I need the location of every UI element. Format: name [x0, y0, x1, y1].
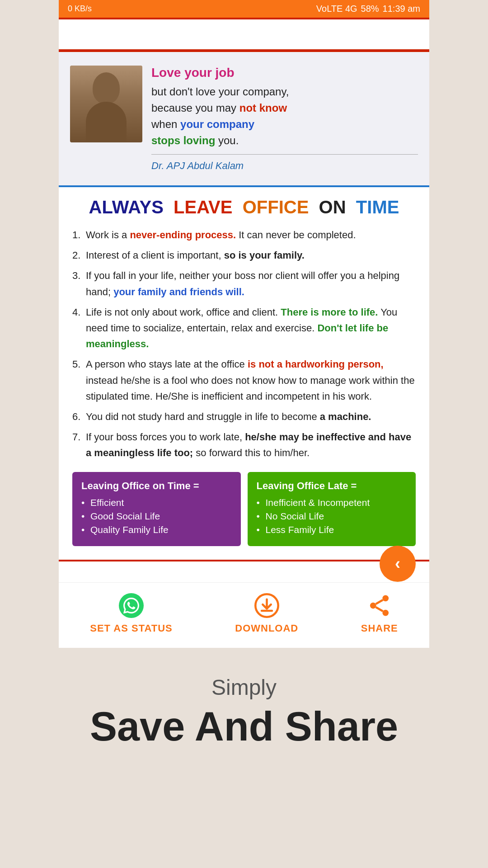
headline-word2: LEAVE [174, 197, 232, 217]
quote-you: you. [218, 134, 239, 146]
headline-word4: ON [319, 197, 346, 217]
quote-text-block: Love your job but don't love your compan… [151, 66, 418, 172]
quote-not-know: not know [239, 102, 287, 114]
headline: ALWAYS LEAVE OFFICE ON TIME [72, 196, 416, 218]
back-arrow-icon: ‹ [395, 554, 400, 573]
nav-back-button[interactable]: ‹ [380, 546, 416, 582]
quote-line1: Love your job [151, 66, 418, 80]
box-on-time: Leaving Office on Time = Efficient Good … [72, 472, 241, 546]
quote-when: when [151, 118, 180, 130]
share-label: SHARE [361, 623, 398, 634]
late-item-3: Less Family Life [257, 524, 407, 535]
on-time-item-1: Efficient [81, 497, 232, 508]
status-right: VoLTE 4G 58% 11:39 am [316, 4, 420, 14]
simply-text: Simply [9, 675, 479, 700]
download-button[interactable]: DOWNLOAD [235, 592, 298, 634]
status-data-speed: 0 KB/s [68, 4, 92, 14]
battery-indicator: 58% [361, 4, 379, 14]
point5-highlight: is not a hardworking person, [248, 359, 384, 370]
download-icon [253, 592, 280, 619]
set-as-status-button[interactable]: SET AS STATUS [90, 592, 173, 634]
save-share-text: Save And Share [9, 704, 479, 749]
signal-indicator: VoLTE 4G [316, 4, 357, 14]
headline-word3: OFFICE [243, 197, 309, 217]
point-3: If you fall in your life, neither your b… [72, 268, 416, 299]
wa-circle-icon [119, 593, 144, 618]
comparison-boxes: Leaving Office on Time = Efficient Good … [72, 472, 416, 546]
quote-your-company: your company [180, 118, 254, 130]
status-label: SET AS STATUS [90, 623, 173, 634]
clock: 11:39 am [383, 4, 420, 14]
action-bar: SET AS STATUS DOWNLOAD [59, 582, 429, 648]
box-late-title: Leaving Office Late = [257, 480, 407, 492]
point-2: Interest of a client is important, so is… [72, 247, 416, 263]
svg-line-5 [376, 600, 383, 604]
point-6: You did not study hard and struggle in l… [72, 409, 416, 425]
top-white-area [59, 18, 429, 49]
point4-highlight1: There is more to life. [281, 307, 378, 318]
late-item-1: Inefficient & Incompetent [257, 497, 407, 508]
svg-point-3 [383, 610, 389, 616]
point-4: Life is not only about work, office and … [72, 304, 416, 352]
quote-section: Love your job but don't love your compan… [59, 52, 429, 187]
box-late: Leaving Office Late = Inefficient & Inco… [248, 472, 416, 546]
share-button[interactable]: SHARE [361, 592, 398, 634]
point7-highlight: he/she may be ineffective and have a mea… [86, 431, 411, 458]
svg-point-1 [383, 595, 389, 602]
point3-highlight: your family and friends will. [113, 286, 244, 297]
on-time-item-2: Good Social Life [81, 511, 232, 522]
quote-stops-loving: stops loving [151, 134, 215, 146]
whatsapp-icon [118, 592, 145, 619]
headline-word1: ALWAYS [89, 197, 164, 217]
phone-frame: 0 KB/s VoLTE 4G 58% 11:39 am Love your j… [59, 0, 429, 648]
point-1: Work is a never-ending process. It can n… [72, 227, 416, 243]
quote-body: but don't love your company,because you … [151, 84, 418, 149]
on-time-item-3: Quality Family Life [81, 524, 232, 535]
content-card: Love your job but don't love your compan… [59, 49, 429, 648]
box-late-items: Inefficient & Incompetent No Social Life… [257, 497, 407, 535]
box-on-time-title: Leaving Office on Time = [81, 480, 232, 492]
headline-word5: TIME [356, 197, 399, 217]
quote-author: Dr. APJ Abdul Kalam [151, 160, 418, 172]
main-content: ALWAYS LEAVE OFFICE ON TIME Work is a ne… [59, 187, 429, 560]
quote-divider [151, 154, 418, 155]
points-list: Work is a never-ending process. It can n… [72, 227, 416, 461]
avatar [70, 66, 142, 142]
bottom-section: Simply Save And Share [0, 648, 488, 767]
point-5: A person who stays late at the office is… [72, 356, 416, 404]
late-item-2: No Social Life [257, 511, 407, 522]
bottom-bar: ‹ [59, 560, 429, 582]
point1-highlight: never-ending process. [130, 229, 236, 241]
svg-point-2 [370, 603, 376, 609]
avatar-image [70, 66, 142, 142]
svg-line-4 [376, 607, 383, 611]
status-bar: 0 KB/s VoLTE 4G 58% 11:39 am [59, 0, 429, 18]
download-label: DOWNLOAD [235, 623, 298, 634]
point6-highlight: a machine. [320, 411, 371, 422]
box-on-time-items: Efficient Good Social Life Quality Famil… [81, 497, 232, 535]
point2-highlight: so is your family. [224, 250, 305, 261]
point4-highlight2: Don't let life be meaningless. [86, 322, 388, 349]
share-icon [366, 592, 393, 619]
point-7: If your boss forces you to work late, he… [72, 429, 416, 461]
